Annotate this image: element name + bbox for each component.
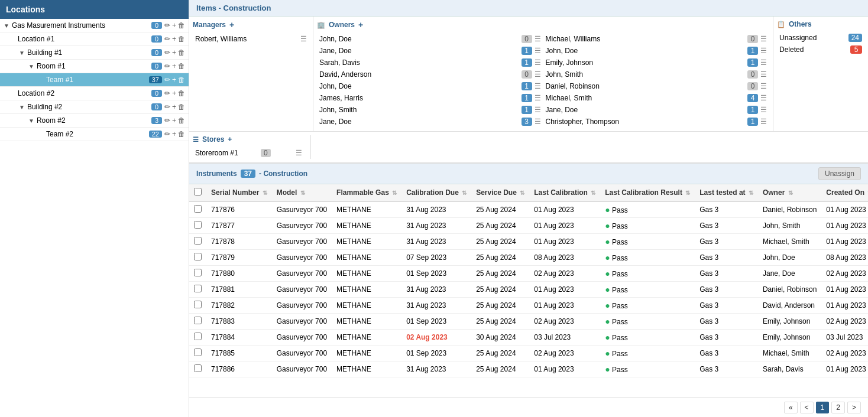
row-checkbox[interactable]: [194, 317, 202, 324]
owner-menu-icon[interactable]: ☰: [760, 82, 767, 90]
add-icon[interactable]: +: [172, 21, 176, 30]
add-icon[interactable]: +: [172, 35, 176, 43]
owner-menu-icon[interactable]: ☰: [760, 106, 767, 114]
row-checkbox[interactable]: [194, 285, 202, 292]
row-checkbox[interactable]: [194, 269, 202, 276]
manager-menu-icon[interactable]: ☰: [300, 35, 307, 43]
edit-icon[interactable]: ✏: [164, 130, 170, 138]
cell-model: Gasurveyor 700: [272, 218, 332, 234]
header-gas[interactable]: Flammable Gas ⇅: [332, 184, 401, 201]
tree-item-badge: 0: [151, 35, 162, 43]
row-checkbox[interactable]: [194, 221, 202, 229]
add-icon[interactable]: +: [172, 62, 176, 70]
pagination-page-1[interactable]: 1: [816, 402, 830, 413]
owner-menu-icon[interactable]: ☰: [535, 70, 541, 79]
row-checkbox[interactable]: [194, 364, 202, 372]
delete-icon[interactable]: 🗑: [178, 35, 185, 43]
owner-menu-icon[interactable]: ☰: [535, 35, 541, 43]
tree-item-room2[interactable]: ▼Room #23✏+🗑: [0, 114, 189, 128]
select-all-checkbox[interactable]: [194, 188, 202, 196]
header-serial[interactable]: Serial Number ⇅: [206, 184, 272, 201]
delete-icon[interactable]: 🗑: [178, 89, 185, 97]
owner-menu-icon[interactable]: ☰: [535, 47, 541, 55]
cell-owner: Daniel, Robinson: [758, 201, 821, 218]
edit-icon[interactable]: ✏: [164, 89, 170, 97]
tree-item-team2[interactable]: Team #222✏+🗑: [0, 128, 189, 141]
owner-menu-icon[interactable]: ☰: [535, 82, 541, 90]
tree-item-loc1[interactable]: Location #10✏+🗑: [0, 32, 189, 46]
delete-icon[interactable]: 🗑: [178, 21, 185, 30]
delete-icon[interactable]: 🗑: [178, 103, 185, 111]
instruments-table-body: 717876 Gasurveyor 700 METHANE 31 Aug 202…: [189, 201, 868, 377]
delete-icon[interactable]: 🗑: [178, 62, 185, 70]
cell-gas: METHANE: [332, 361, 401, 377]
owner-menu-icon[interactable]: ☰: [760, 94, 767, 102]
row-checkbox[interactable]: [194, 205, 202, 213]
owner-menu-icon[interactable]: ☰: [760, 70, 767, 79]
add-icon[interactable]: +: [172, 116, 176, 125]
delete-icon[interactable]: 🗑: [178, 76, 185, 84]
header-last-cal[interactable]: Last Calibration ⇅: [529, 184, 600, 201]
cell-cal-due: 01 Sep 2023: [401, 266, 471, 282]
edit-icon[interactable]: ✏: [164, 116, 170, 125]
owners-add-button[interactable]: +: [358, 20, 363, 30]
edit-icon[interactable]: ✏: [164, 62, 170, 70]
row-checkbox[interactable]: [194, 333, 202, 340]
row-checkbox[interactable]: [194, 301, 202, 308]
row-checkbox[interactable]: [194, 237, 202, 245]
delete-icon[interactable]: 🗑: [178, 116, 185, 125]
result-dot: ●: [605, 333, 610, 342]
tree-item-room1[interactable]: ▼Room #10✏+🗑: [0, 60, 189, 73]
owner-menu-icon[interactable]: ☰: [535, 106, 541, 114]
delete-icon[interactable]: 🗑: [178, 48, 185, 57]
owner-menu-icon[interactable]: ☰: [760, 47, 767, 55]
tree-item-gas[interactable]: ▼Gas Masurement Instruments0✏+🗑: [0, 19, 189, 32]
store-menu-icon[interactable]: ☰: [296, 149, 302, 157]
owner-menu-icon[interactable]: ☰: [760, 35, 767, 43]
pagination-page-2[interactable]: 2: [831, 402, 845, 413]
edit-icon[interactable]: ✏: [164, 76, 170, 84]
header-service-due[interactable]: Service Due ⇅: [471, 184, 529, 201]
cell-result: ● Pass: [600, 266, 695, 282]
tree-item-bld2[interactable]: ▼Building #20✏+🗑: [0, 100, 189, 114]
stores-add-button[interactable]: +: [228, 135, 232, 144]
cell-serial: 717885: [206, 346, 272, 361]
owner-menu-icon[interactable]: ☰: [760, 118, 767, 126]
header-model[interactable]: Model ⇅: [272, 184, 332, 201]
owner-menu-icon[interactable]: ☰: [535, 58, 541, 67]
pagination-prev[interactable]: <: [800, 402, 814, 413]
owner-menu-icon[interactable]: ☰: [535, 94, 541, 102]
tree-item-team1[interactable]: Team #137✏+🗑: [0, 73, 189, 87]
tree-item-bld1[interactable]: ▼Building #10✏+🗑: [0, 46, 189, 60]
header-last-cal-result[interactable]: Last Calibration Result ⇅: [600, 184, 695, 201]
owner-menu-icon[interactable]: ☰: [760, 58, 767, 67]
stores-section-header: ☰ Stores +: [193, 135, 305, 144]
table-header-row: Serial Number ⇅ Model ⇅ Flammable Gas ⇅ …: [189, 184, 868, 201]
edit-icon[interactable]: ✏: [164, 103, 170, 111]
row-checkbox[interactable]: [194, 348, 202, 356]
cell-last-cal: 02 Aug 2023: [529, 314, 600, 330]
managers-add-button[interactable]: +: [229, 20, 234, 30]
add-icon[interactable]: +: [172, 130, 176, 138]
edit-icon[interactable]: ✏: [164, 35, 170, 43]
add-icon[interactable]: +: [172, 76, 176, 84]
edit-icon[interactable]: ✏: [164, 21, 170, 30]
tree-item-loc2[interactable]: Location #20✏+🗑: [0, 87, 189, 100]
header-cal-due[interactable]: Calibration Due ⇅: [401, 184, 471, 201]
tree-item-actions: ✏+🗑: [164, 89, 185, 97]
pagination-first[interactable]: «: [784, 402, 798, 413]
row-checkbox[interactable]: [194, 253, 202, 260]
pagination-next[interactable]: >: [847, 402, 861, 413]
add-icon[interactable]: +: [172, 103, 176, 111]
edit-icon[interactable]: ✏: [164, 48, 170, 57]
add-icon[interactable]: +: [172, 89, 176, 97]
header-owner[interactable]: Owner ⇅: [758, 184, 821, 201]
add-icon[interactable]: +: [172, 48, 176, 57]
owner-menu-icon[interactable]: ☰: [535, 118, 541, 126]
header-created[interactable]: Created On ⇅: [821, 184, 868, 201]
owner-row: John, Smith0☰: [543, 69, 770, 80]
toggle-arrow: ▼: [19, 50, 25, 56]
unassign-button[interactable]: Unassign: [818, 167, 861, 180]
header-last-tested[interactable]: Last tested at ⇅: [695, 184, 758, 201]
delete-icon[interactable]: 🗑: [178, 130, 185, 138]
